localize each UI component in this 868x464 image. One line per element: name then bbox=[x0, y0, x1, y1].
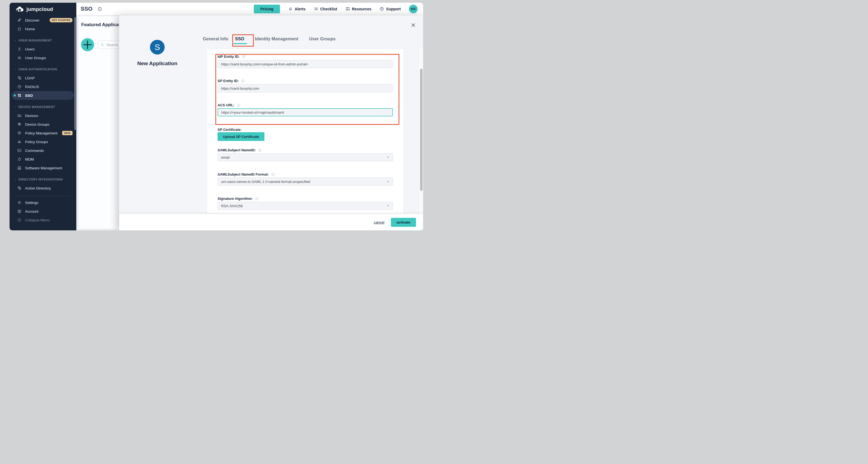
radius-signal-icon bbox=[17, 85, 22, 89]
user-group-icon bbox=[17, 56, 22, 60]
rocket-icon bbox=[17, 18, 22, 22]
gear-icon bbox=[17, 200, 22, 205]
chevron-down-icon bbox=[13, 105, 17, 109]
top-header: SSO Pricing Alerts Checklist Resources S… bbox=[76, 3, 423, 15]
info-icon[interactable] bbox=[97, 6, 102, 11]
close-icon[interactable] bbox=[410, 22, 416, 28]
sidebar-item-discover[interactable]: Discover GET STARTED bbox=[9, 16, 76, 25]
support-button[interactable]: Support bbox=[379, 6, 401, 11]
sidebar-item-users[interactable]: Users bbox=[9, 45, 76, 54]
dropdown-caret-icon: ▼ bbox=[387, 156, 389, 159]
checklist-button[interactable]: Checklist bbox=[314, 6, 337, 11]
terminal-icon bbox=[17, 148, 22, 153]
cancel-link[interactable]: cancel bbox=[374, 220, 384, 224]
sidebar-item-device-groups[interactable]: Device Groups bbox=[9, 120, 76, 129]
user-icon bbox=[17, 47, 22, 51]
section-device-management[interactable]: DEVICE MANAGEMENT bbox=[9, 102, 76, 111]
app-window: jumpcloud Discover GET STARTED Home USER… bbox=[9, 3, 423, 230]
avatar[interactable]: KK bbox=[409, 5, 417, 13]
devices-icon bbox=[17, 114, 22, 118]
modal-footer: cancel activate bbox=[119, 214, 423, 230]
header-actions: Pricing Alerts Checklist Resources Suppo… bbox=[254, 5, 417, 13]
samlsubject-nameid-label: SAMLSubject NameID: bbox=[218, 148, 262, 152]
sidebar-item-devices[interactable]: Devices bbox=[9, 111, 76, 120]
directory-database-icon bbox=[17, 186, 22, 190]
modal-scrollbar-thumb[interactable] bbox=[420, 69, 423, 191]
question-circle-icon bbox=[379, 6, 384, 11]
sidebar-item-collapse-menu[interactable]: Collapse Menu bbox=[9, 216, 76, 224]
samlsubject-nameid-select[interactable]: email ▼ bbox=[218, 153, 393, 161]
section-directory-integrations[interactable]: DIRECTORY INTEGRATIONS bbox=[9, 175, 76, 184]
sidebar-item-account[interactable]: Account bbox=[9, 207, 76, 216]
sidebar-item-user-groups[interactable]: User Groups bbox=[9, 54, 76, 62]
signature-algorithm-select[interactable]: RSA-SHA256 ▼ bbox=[218, 202, 393, 210]
application-logo: S bbox=[150, 40, 165, 55]
sso-form-panel: IdP Entity ID: SP Entity ID: ACS URL: SP… bbox=[207, 49, 404, 214]
sidebar-item-settings[interactable]: Settings bbox=[9, 198, 76, 207]
idp-entity-id-input[interactable] bbox=[218, 60, 393, 68]
info-icon[interactable] bbox=[258, 148, 262, 152]
database-clock-icon bbox=[17, 76, 22, 80]
signature-algorithm-label: Signature Algorithm: bbox=[218, 196, 259, 200]
sidebar-item-commands[interactable]: Commands bbox=[9, 146, 76, 155]
activate-button[interactable]: activate bbox=[391, 218, 416, 227]
sidebar-item-active-directory[interactable]: Active Directory bbox=[9, 184, 76, 192]
dropdown-caret-icon: ▼ bbox=[387, 205, 389, 207]
add-application-button[interactable] bbox=[81, 38, 94, 51]
software-laptop-icon bbox=[17, 166, 22, 170]
dropdown-caret-icon: ▼ bbox=[387, 180, 389, 183]
tab-user-groups[interactable]: User Groups bbox=[309, 36, 336, 41]
idp-entity-id-label: IdP Entity ID: bbox=[218, 55, 246, 59]
info-icon[interactable] bbox=[255, 197, 259, 200]
cloud-logo-icon bbox=[15, 6, 24, 12]
sidebar-item-radius[interactable]: RADIUS bbox=[9, 82, 76, 91]
page-title: SSO bbox=[81, 6, 92, 12]
venn-circles-icon bbox=[17, 122, 22, 126]
active-indicator-dot bbox=[13, 94, 16, 96]
sidebar-item-home[interactable]: Home bbox=[9, 25, 76, 33]
sso-tab-annotation-box bbox=[232, 34, 254, 47]
sidebar-item-software-management[interactable]: Software Management bbox=[9, 163, 76, 172]
collapse-arrow-icon bbox=[17, 218, 22, 222]
tab-general-info[interactable]: General Info bbox=[203, 36, 228, 41]
jumpcloud-logo[interactable]: jumpcloud bbox=[9, 3, 76, 16]
page-background: { "sidebar": { "logo": "jumpcloud", "dis… bbox=[0, 0, 434, 232]
sidebar-item-policy-management[interactable]: Policy Management NEW bbox=[9, 129, 76, 137]
sidebar-item-ldap[interactable]: LDAP bbox=[9, 73, 76, 82]
app-grid-icon bbox=[17, 93, 22, 98]
application-name: New Application bbox=[125, 61, 190, 66]
apple-icon bbox=[17, 157, 22, 161]
home-icon bbox=[17, 27, 22, 31]
info-icon[interactable] bbox=[242, 55, 246, 59]
sidebar-item-mdm[interactable]: MDM bbox=[9, 155, 76, 163]
info-icon[interactable] bbox=[271, 173, 275, 176]
new-badge: NEW bbox=[62, 131, 73, 135]
plus-icon bbox=[81, 38, 94, 51]
info-icon[interactable] bbox=[241, 79, 245, 83]
nameid-format-label: SAMLSubject NameID Format: bbox=[218, 172, 275, 176]
acs-url-input[interactable] bbox=[218, 108, 393, 116]
chevron-down-icon bbox=[13, 68, 17, 71]
section-user-management[interactable]: USER MANAGEMENT bbox=[9, 36, 76, 45]
info-icon[interactable] bbox=[237, 103, 241, 107]
modal-scrollbar-track[interactable] bbox=[419, 49, 423, 230]
sp-entity-id-input[interactable] bbox=[218, 84, 393, 92]
sp-certificate-label: SP Certificate: bbox=[218, 128, 242, 132]
sidebar-item-sso[interactable]: SSO bbox=[12, 91, 74, 100]
section-user-authentication[interactable]: USER AUTHENTICATION bbox=[9, 65, 76, 73]
sidebar-item-policy-groups[interactable]: Policy Groups bbox=[9, 137, 76, 146]
sidebar-divider bbox=[15, 196, 71, 196]
nameid-format-select[interactable]: urn:oasis:names:tc:SAML:1.0:nameid-forma… bbox=[218, 178, 393, 186]
sidebar-scrollbar-thumb[interactable] bbox=[74, 17, 76, 130]
pricing-button[interactable]: Pricing bbox=[254, 5, 280, 13]
tab-identity-management[interactable]: Identity Management bbox=[255, 36, 298, 41]
get-started-badge: GET STARTED bbox=[50, 18, 72, 22]
acs-url-label: ACS URL: bbox=[218, 103, 241, 107]
resources-button[interactable]: Resources bbox=[345, 6, 372, 11]
upload-sp-certificate-button[interactable]: Upload SP Certificate bbox=[218, 132, 265, 141]
policy-groups-icon bbox=[17, 140, 22, 144]
alerts-button[interactable]: Alerts bbox=[288, 6, 306, 11]
checklist-icon bbox=[314, 6, 318, 11]
account-circle-icon bbox=[17, 209, 22, 213]
bell-icon bbox=[288, 6, 293, 11]
